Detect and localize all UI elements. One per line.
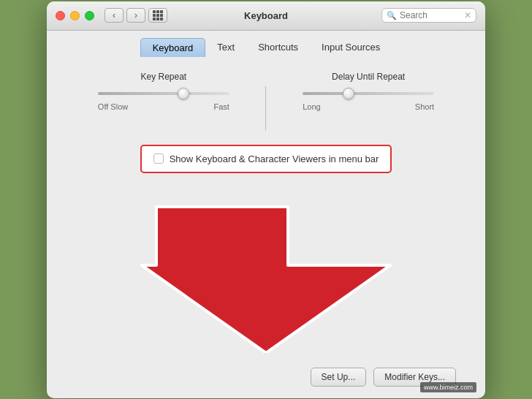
watermark: www.bimeiz.com: [420, 382, 476, 392]
show-keyboard-label: Show Keyboard & Character Viewers in men…: [170, 153, 379, 164]
key-repeat-group: Key Repeat Off Slow Fast: [91, 72, 237, 111]
sliders-divider: [265, 86, 266, 130]
key-repeat-right-label: Fast: [213, 102, 229, 111]
setup-button[interactable]: Set Up...: [311, 368, 367, 387]
titlebar: ‹ › Keyboard 🔍 ✕: [47, 1, 485, 31]
key-repeat-thumb[interactable]: [178, 88, 189, 99]
tab-text[interactable]: Text: [205, 38, 246, 57]
close-button[interactable]: [56, 11, 65, 20]
keyboard-preferences-window: ‹ › Keyboard 🔍 ✕ Keyboard Text Shortcuts: [47, 1, 485, 398]
search-input[interactable]: [400, 10, 461, 20]
tab-input-sources[interactable]: Input Sources: [310, 38, 392, 57]
key-repeat-left-label: Off Slow: [98, 102, 128, 111]
svg-marker-0: [142, 207, 390, 353]
search-box[interactable]: 🔍 ✕: [381, 8, 476, 23]
tab-keyboard[interactable]: Keyboard: [140, 38, 206, 57]
delay-repeat-slider-labels: Long Short: [303, 102, 434, 111]
delay-repeat-right-label: Short: [415, 102, 434, 111]
maximize-button[interactable]: [85, 11, 94, 20]
grid-icon: [153, 10, 163, 20]
grid-button[interactable]: [148, 8, 167, 23]
search-icon: 🔍: [387, 11, 397, 20]
show-keyboard-checkbox[interactable]: [153, 153, 164, 164]
delay-repeat-group: Delay Until Repeat Long Short: [295, 72, 441, 111]
checkbox-section: Show Keyboard & Character Viewers in men…: [140, 145, 392, 173]
forward-button[interactable]: ›: [126, 8, 145, 23]
delay-repeat-thumb[interactable]: [343, 88, 354, 99]
delay-repeat-left-label: Long: [303, 102, 320, 111]
search-clear-icon[interactable]: ✕: [464, 10, 471, 20]
red-arrow-overlay: [98, 192, 434, 353]
traffic-lights: [56, 11, 94, 20]
key-repeat-slider[interactable]: [98, 86, 229, 101]
key-repeat-slider-labels: Off Slow Fast: [98, 102, 229, 111]
nav-buttons: ‹ ›: [104, 8, 145, 23]
tab-shortcuts[interactable]: Shortcuts: [246, 38, 310, 57]
delay-repeat-slider[interactable]: [303, 86, 434, 101]
window-title: Keyboard: [244, 10, 288, 21]
delay-repeat-track: [303, 92, 434, 95]
sliders-row: Key Repeat Off Slow Fast Delay Until Rep…: [76, 72, 456, 130]
bottom-buttons: Set Up... Modifier Keys...: [47, 368, 485, 398]
minimize-button[interactable]: [70, 11, 80, 20]
back-button[interactable]: ‹: [104, 8, 123, 23]
content-area: Key Repeat Off Slow Fast Delay Until Rep…: [47, 57, 485, 368]
tabs-bar: Keyboard Text Shortcuts Input Sources: [47, 31, 485, 57]
key-repeat-track: [98, 92, 229, 95]
key-repeat-label: Key Repeat: [140, 72, 186, 82]
delay-repeat-label: Delay Until Repeat: [332, 72, 405, 82]
